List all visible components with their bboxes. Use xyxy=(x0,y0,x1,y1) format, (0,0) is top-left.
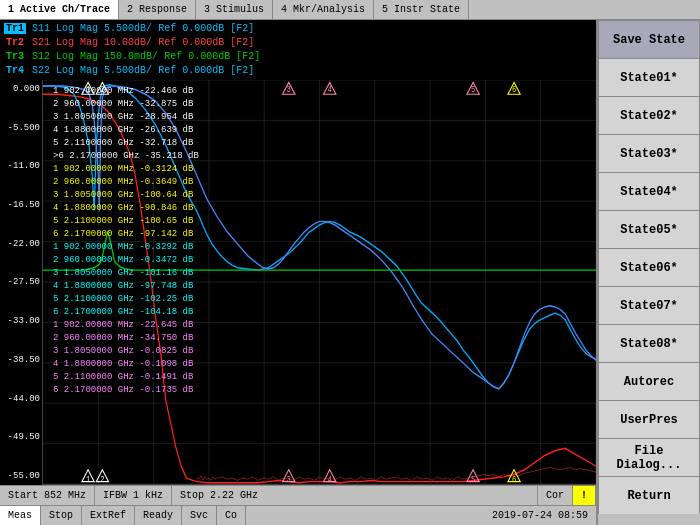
userpres-button[interactable]: UserPres xyxy=(598,400,700,438)
marker-entry: 5 2.1100000 GHz -32.718 dB xyxy=(53,137,199,150)
marker-entry: 6 2.1700000 GHz -97.142 dB xyxy=(53,228,199,241)
marker-entry: 1 902.00000 MHz -22.645 dB xyxy=(53,319,199,332)
marker-entry: 4 1.8800000 GHz -26.639 dB xyxy=(53,124,199,137)
marker-entry: 5 2.1100000 GHz -100.65 dB xyxy=(53,215,199,228)
chart-container: Tr1 S11 Log Mag 5.500dB/ Ref 0.000dB [F2… xyxy=(0,20,596,525)
tab-4[interactable]: 4 Mkr/Analysis xyxy=(273,0,374,19)
cor-status: Cor xyxy=(538,486,573,505)
marker-entry: 1 902.00000 MHz -0.3292 dB xyxy=(53,241,199,254)
y-axis-label: -44.00 xyxy=(2,394,40,404)
trace-2-label: Tr2 S21 Log Mag 10.00dB/ Ref 0.000dB [F2… xyxy=(4,36,592,50)
marker-entry: 3 1.8050000 GHz -100.64 dB xyxy=(53,189,199,202)
svg-text:3: 3 xyxy=(287,475,292,484)
warning-indicator: ! xyxy=(573,486,596,505)
marker-entry: 2 960.00000 MHz -0.3472 dB xyxy=(53,254,199,267)
y-axis-label: -22.00 xyxy=(2,239,40,249)
tab-1[interactable]: 1 Active Ch/Trace xyxy=(0,0,119,19)
tab-bar: 1 Active Ch/Trace 2 Response 3 Stimulus … xyxy=(0,0,700,20)
svg-text:6: 6 xyxy=(512,85,517,94)
main-area: Tr1 S11 Log Mag 5.500dB/ Ref 0.000dB [F2… xyxy=(0,20,700,525)
datetime: 2019-07-24 08:59 xyxy=(484,510,596,521)
tab-3[interactable]: 3 Stimulus xyxy=(196,0,273,19)
marker-entry: 3 1.8050000 GHz -101.16 dB xyxy=(53,267,199,280)
y-axis-label: -33.00 xyxy=(2,316,40,326)
marker-data: 1 902.00000 MHz -22.466 dB2 960.00000 MH… xyxy=(53,85,199,397)
state08-button[interactable]: State08* xyxy=(598,324,700,362)
save-state-button[interactable]: Save State xyxy=(598,20,700,58)
svg-text:4: 4 xyxy=(328,475,333,484)
state04-button[interactable]: State04* xyxy=(598,172,700,210)
svg-text:1: 1 xyxy=(86,475,91,484)
svg-text:6: 6 xyxy=(512,475,517,484)
svg-text:3: 3 xyxy=(287,85,292,94)
svg-text:5: 5 xyxy=(471,475,476,484)
marker-entry: 4 1.8800000 GHz -0.1098 dB xyxy=(53,358,199,371)
y-axis-label: -11.00 xyxy=(2,161,40,171)
autorec-button[interactable]: Autorec xyxy=(598,362,700,400)
marker-entry: >6 2.1700000 GHz -35.218 dB xyxy=(53,150,199,163)
trace-4-label: Tr4 S22 Log Mag 5.500dB/ Ref 0.000dB [F2… xyxy=(4,64,592,78)
y-axis-label: -49.50 xyxy=(2,432,40,442)
y-axis-label: -55.00 xyxy=(2,471,40,481)
extref-button[interactable]: ExtRef xyxy=(82,506,135,525)
bottom-toolbar: Meas Stop ExtRef Ready Svc Co 2019-07-24… xyxy=(0,505,596,525)
svg-text:2: 2 xyxy=(100,475,105,484)
marker-entry: 3 1.8050000 GHz -28.954 dB xyxy=(53,111,199,124)
trace-header: Tr1 S11 Log Mag 5.500dB/ Ref 0.000dB [F2… xyxy=(0,20,596,80)
stop-button[interactable]: Stop xyxy=(41,506,82,525)
svg-text:5: 5 xyxy=(471,85,476,94)
chart-body: 0.000-5.500-11.00-16.50-22.00-27.50-33.0… xyxy=(0,80,596,485)
y-axis: 0.000-5.500-11.00-16.50-22.00-27.50-33.0… xyxy=(0,80,42,485)
svc-button[interactable]: Svc xyxy=(182,506,217,525)
y-axis-label: -38.50 xyxy=(2,355,40,365)
marker-entry: 1 902.00000 MHz -22.466 dB xyxy=(53,85,199,98)
state01-button[interactable]: State01* xyxy=(598,58,700,96)
y-axis-label: -16.50 xyxy=(2,200,40,210)
stop-freq: Stop 2.22 GHz xyxy=(172,486,538,505)
state05-button[interactable]: State05* xyxy=(598,210,700,248)
marker-entry: 2 960.00000 MHz -34.750 dB xyxy=(53,332,199,345)
tab-2[interactable]: 2 Response xyxy=(119,0,196,19)
start-freq: Start 852 MHz xyxy=(0,486,95,505)
co-button[interactable]: Co xyxy=(217,506,246,525)
marker-entry: 4 1.8800000 GHz -90.846 dB xyxy=(53,202,199,215)
svg-text:4: 4 xyxy=(328,85,333,94)
marker-entry: 6 2.1700000 GHz -104.18 dB xyxy=(53,306,199,319)
marker-entry: 5 2.1100000 GHz -102.25 dB xyxy=(53,293,199,306)
ready-indicator: Ready xyxy=(135,506,182,525)
ifbw: IFBW 1 kHz xyxy=(95,486,172,505)
y-axis-label: 0.000 xyxy=(2,84,40,94)
y-axis-label: -5.500 xyxy=(2,123,40,133)
marker-entry: 2 960.00000 MHz -0.3649 dB xyxy=(53,176,199,189)
return-button[interactable]: Return xyxy=(598,476,700,514)
marker-entry: 5 2.1100000 GHz -0.1491 dB xyxy=(53,371,199,384)
state07-button[interactable]: State07* xyxy=(598,286,700,324)
y-axis-label: -27.50 xyxy=(2,277,40,287)
chart-plot: 1 902.00000 MHz -22.466 dB2 960.00000 MH… xyxy=(42,80,596,485)
meas-button[interactable]: Meas xyxy=(0,506,41,525)
marker-entry: 6 2.1700000 GHz -0.1735 dB xyxy=(53,384,199,397)
status-bar: Start 852 MHz IFBW 1 kHz Stop 2.22 GHz C… xyxy=(0,485,596,505)
sidebar: Save State State01* State02* State03* St… xyxy=(596,20,700,525)
marker-entry: 1 902.00000 MHz -0.3124 dB xyxy=(53,163,199,176)
tab-5[interactable]: 5 Instr State xyxy=(374,0,469,19)
trace-1-label: Tr1 S11 Log Mag 5.500dB/ Ref 0.000dB [F2… xyxy=(4,22,592,36)
trace-3-label: Tr3 S12 Log Mag 150.0mdB/ Ref 0.000dB [F… xyxy=(4,50,592,64)
state06-button[interactable]: State06* xyxy=(598,248,700,286)
marker-entry: 3 1.8050000 GHz -0.0825 dB xyxy=(53,345,199,358)
marker-entry: 2 960.00000 MHz -32.875 dB xyxy=(53,98,199,111)
marker-entry: 4 1.8800000 GHz -97.748 dB xyxy=(53,280,199,293)
state02-button[interactable]: State02* xyxy=(598,96,700,134)
state03-button[interactable]: State03* xyxy=(598,134,700,172)
file-dialog-button[interactable]: File Dialog... xyxy=(598,438,700,476)
